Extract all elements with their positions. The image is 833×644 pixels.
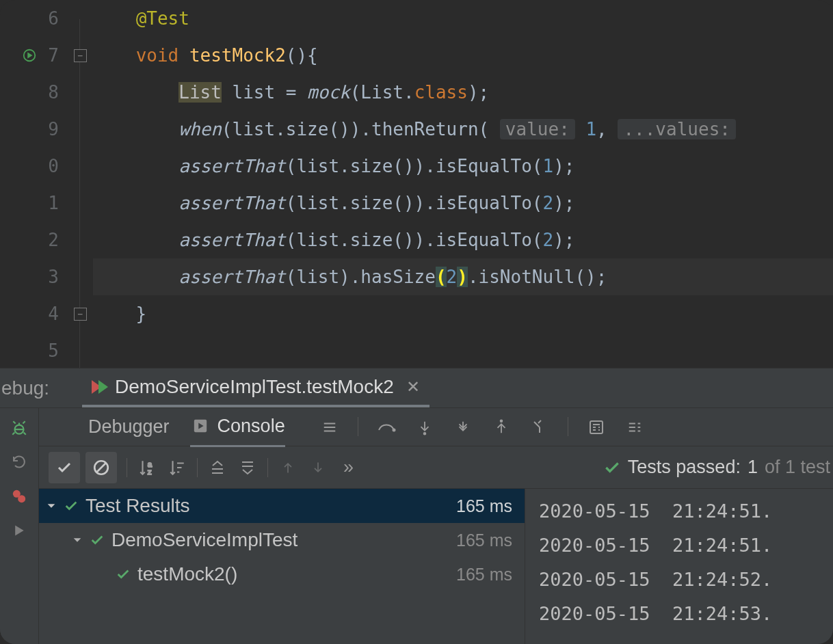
tab-debugger[interactable]: Debugger: [88, 408, 170, 446]
sort-alpha-icon[interactable]: az: [137, 457, 157, 478]
code-line[interactable]: assertThat(list.size()).isEqualTo(1);: [93, 148, 833, 185]
force-step-into-icon[interactable]: [453, 417, 473, 438]
code-line[interactable]: @Test: [93, 0, 833, 37]
tree-suite-label: DemoServiceImplTest: [111, 529, 298, 551]
check-icon: [603, 459, 621, 477]
editor-gutter: 6789012345: [0, 0, 70, 368]
tree-root-row[interactable]: Test Results 165 ms: [39, 489, 525, 523]
trace-icon[interactable]: [624, 417, 645, 438]
step-toolbar: [319, 417, 645, 438]
bug-rerun-icon[interactable]: [9, 418, 29, 438]
console-output[interactable]: 2020-05-15 21:24:51. 2020-05-15 21:24:51…: [525, 489, 833, 644]
tree-suite-time: 165 ms: [456, 531, 512, 550]
line-number: 7: [0, 37, 59, 74]
test-toolbar: az » Tests passed: 1 of: [39, 446, 833, 489]
step-over-icon[interactable]: [376, 417, 397, 438]
step-into-icon[interactable]: [414, 417, 435, 438]
tree-suite-row[interactable]: DemoServiceImplTest 165 ms: [39, 523, 525, 557]
check-icon: [116, 567, 131, 582]
line-number: 9: [0, 111, 59, 148]
tab-console-label: Console: [217, 416, 285, 437]
show-passed-button[interactable]: [49, 452, 80, 483]
code-line[interactable]: assertThat(list.size()).isEqualTo(2);: [93, 222, 833, 258]
expand-all-icon[interactable]: [207, 457, 228, 478]
more-icon[interactable]: »: [343, 457, 354, 478]
run-config-tab[interactable]: DemoServiceImplTest.testMock2 ✕: [82, 368, 429, 407]
line-number: 0: [0, 148, 59, 185]
rerun-icon[interactable]: [9, 452, 29, 472]
separator: [127, 458, 127, 477]
tests-passed-label: Tests passed:: [628, 457, 741, 478]
line-number: 5: [0, 332, 59, 368]
tab-console[interactable]: Console: [190, 407, 285, 447]
svg-point-3: [18, 495, 25, 502]
svg-rect-8: [590, 421, 603, 433]
tree-test-row[interactable]: testMock2() 165 ms: [39, 557, 525, 591]
prev-failed-icon[interactable]: [278, 457, 298, 478]
debug-subtabs: Debugger Console: [39, 408, 833, 446]
tree-test-time: 165 ms: [456, 565, 512, 585]
separator: [197, 458, 198, 477]
test-status: Tests passed: 1 of 1 test: [603, 457, 833, 478]
evaluate-icon[interactable]: [586, 417, 607, 438]
line-number: 6: [0, 0, 59, 37]
line-number: 8: [0, 74, 59, 111]
tab-debugger-label: Debugger: [88, 416, 170, 438]
code-line[interactable]: void testMock2(){: [93, 37, 833, 74]
close-tab-icon[interactable]: ✕: [406, 377, 420, 397]
tree-test-label: testMock2(): [137, 563, 237, 585]
tree-root-label: Test Results: [85, 495, 190, 517]
svg-text:z: z: [148, 467, 152, 475]
chevron-down-icon[interactable]: [46, 500, 57, 511]
code-line[interactable]: assertThat(list).hasSize(2).isNotNull();: [93, 258, 833, 295]
chevron-down-icon[interactable]: [72, 535, 83, 546]
check-icon: [64, 498, 79, 513]
code-line[interactable]: assertThat(list.size()).isEqualTo(2);: [93, 185, 833, 222]
run-to-cursor-icon[interactable]: [529, 417, 550, 438]
next-failed-icon[interactable]: [308, 457, 328, 478]
debug-label: ebug:: [0, 377, 49, 399]
separator: [267, 458, 268, 477]
line-number: 1: [0, 185, 59, 222]
run-test-gutter-icon[interactable]: [22, 48, 37, 63]
test-tree[interactable]: Test Results 165 ms DemoServiceImplTest …: [39, 489, 525, 644]
separator: [358, 417, 358, 436]
fold-open-icon[interactable]: −: [74, 49, 87, 62]
code-editor[interactable]: 6789012345 −− @Test void testMock2(){ Li…: [0, 0, 833, 368]
tree-root-time: 165 ms: [456, 496, 512, 516]
console-play-icon: [190, 416, 211, 436]
line-number: 4: [0, 295, 59, 332]
debug-left-toolbar: [0, 408, 39, 644]
run-config-icon: [92, 380, 108, 394]
tests-passed-count: 1: [748, 457, 758, 478]
collapse-all-icon[interactable]: [237, 457, 258, 478]
show-ignored-button[interactable]: [85, 452, 117, 483]
tests-total-label: of 1 test: [765, 457, 830, 478]
debug-tool-window: ebug: DemoServiceImplTest.testMock2 ✕: [0, 368, 833, 644]
code-line[interactable]: when(list.size()).thenReturn( value: 1, …: [93, 111, 833, 148]
code-line[interactable]: }: [93, 295, 833, 332]
svg-point-6: [423, 432, 425, 434]
line-number: 2: [0, 222, 59, 258]
sort-duration-icon[interactable]: [167, 457, 187, 478]
line-number: 3: [0, 258, 59, 295]
resume-icon[interactable]: [9, 520, 29, 541]
separator: [568, 417, 568, 436]
run-tab-row: ebug: DemoServiceImplTest.testMock2 ✕: [0, 368, 833, 408]
svg-point-7: [500, 420, 502, 422]
svg-point-5: [393, 429, 395, 431]
fold-close-icon[interactable]: −: [74, 308, 87, 321]
code-line[interactable]: [93, 332, 833, 368]
toggle-breakpoints-icon[interactable]: [9, 486, 29, 507]
code-area[interactable]: @Test void testMock2(){ List list = mock…: [90, 0, 833, 368]
run-config-title: DemoServiceImplTest.testMock2: [115, 376, 394, 398]
fold-column[interactable]: −−: [70, 0, 90, 368]
step-out-icon[interactable]: [491, 417, 512, 438]
code-line[interactable]: List list = mock(List.class);: [93, 74, 833, 111]
threads-icon[interactable]: [319, 417, 340, 438]
check-icon: [90, 533, 105, 548]
